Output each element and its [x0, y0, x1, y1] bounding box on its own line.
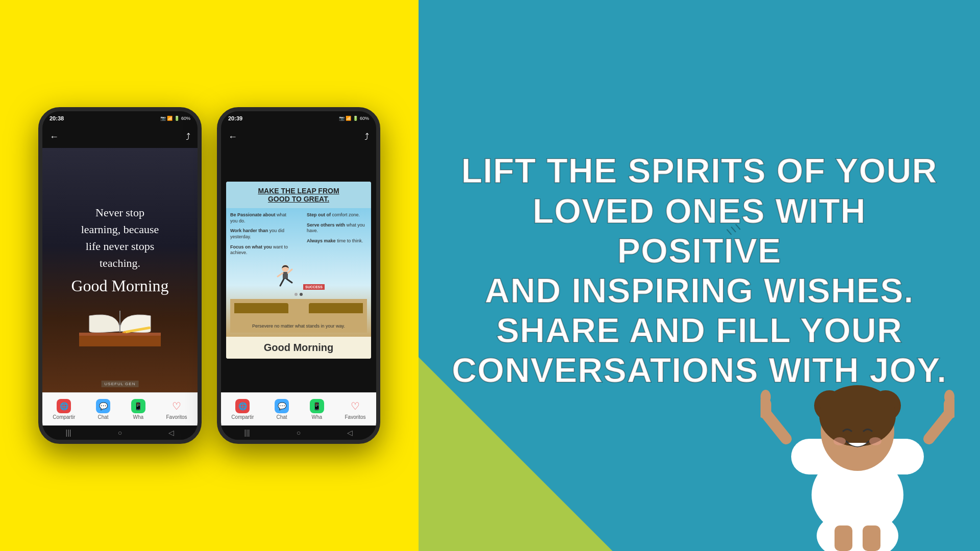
infographic-header: MAKE THE LEAP FROM GOOD TO GREAT. [226, 182, 371, 208]
infographic-dots [230, 293, 367, 296]
menu-icon: ||| [66, 429, 71, 437]
svg-rect-29 [863, 525, 880, 551]
nav-chat-2[interactable]: 💬 Chat [275, 399, 289, 420]
infographic-body: Be Passionate about what you do. Work ha… [226, 208, 371, 337]
nav-whatsapp-2[interactable]: 📱 Wha [310, 399, 324, 420]
back-nav-icon: ◁ [168, 429, 174, 437]
nav-label-chat-2: Chat [276, 414, 287, 420]
back-nav-2-icon: ◁ [347, 429, 353, 437]
phone2-content: ← ⤴ MAKE THE LEAP FROM GOOD TO GREAT. [221, 126, 376, 392]
phone1-content: ← ⤴ Never stop learning, because life ne… [42, 126, 198, 392]
headline-container: LIFT THE SPIRITS OF YOUR LOVED ONES WITH… [419, 151, 980, 390]
nav-compartir-1[interactable]: 🌐 Compartir [53, 399, 75, 420]
nav-label-compartir-1: Compartir [53, 414, 75, 420]
back-arrow-icon[interactable]: ← [50, 132, 59, 142]
phone1-header: ← ⤴ [42, 126, 198, 148]
good-morning-cursive: Good Morning [71, 277, 168, 295]
left-text-1: Be Passionate about what you do. [230, 212, 290, 224]
left-text-2: Work harder than you did yesterday. [230, 228, 290, 240]
quote-text: Never stop learning, because life never … [71, 204, 168, 271]
right-text-1: Step out of comfort zone. [307, 212, 367, 218]
phone1-time: 20:38 [50, 115, 64, 121]
phone-2: 20:39 📷 📶 🔋 60% ← ⤴ MAKE THE LEAP FROM G… [217, 107, 380, 444]
right-section: LIFT THE SPIRITS OF YOUR LOVED ONES WITH… [419, 0, 980, 551]
home-icon: ○ [118, 429, 122, 437]
infographic-card: MAKE THE LEAP FROM GOOD TO GREAT. Be Pas… [226, 182, 371, 359]
watermark: USEFUL GEN [102, 381, 139, 387]
nav-label-compartir-2: Compartir [231, 414, 254, 420]
left-section: 20:38 📷 📶 🔋 60% ← ⤴ Never stop learning,… [0, 0, 419, 551]
phone1-home-bar: ||| ○ ◁ [42, 425, 198, 440]
nav-label-fav-2: Favoritos [345, 414, 365, 420]
phone1-body: Never stop learning, because life never … [42, 148, 198, 392]
svg-line-9 [280, 279, 284, 286]
nav-label-wha-1: Wha [133, 414, 143, 420]
phone1-notch: 20:38 📷 📶 🔋 60% [42, 111, 198, 126]
svg-point-17 [944, 390, 954, 404]
nav-chat-1[interactable]: 💬 Chat [96, 399, 110, 420]
phone2-home-bar: ||| ○ ◁ [221, 425, 376, 440]
back-arrow-2-icon[interactable]: ← [228, 132, 237, 142]
share-icon[interactable]: ⤴ [186, 132, 190, 142]
svg-point-25 [834, 437, 846, 445]
nav-whatsapp-1[interactable]: 📱 Wha [131, 399, 145, 420]
svg-rect-28 [835, 525, 852, 551]
infographic-left-col: Be Passionate about what you do. Work ha… [230, 212, 290, 260]
book-illustration [79, 306, 161, 346]
right-text-3: Always make time to think. [307, 238, 367, 244]
infographic-right-col: Step out of comfort zone. Serve others w… [307, 212, 367, 260]
nav-compartir-2[interactable]: 🌐 Compartir [231, 399, 254, 420]
home-2-icon: ○ [297, 429, 301, 437]
infographic-footer: Good Morning [226, 337, 371, 359]
nav-favoritos-2[interactable]: ♡ Favoritos [345, 399, 365, 420]
svg-point-24 [819, 385, 896, 446]
infographic-bottom-section [230, 299, 367, 317]
svg-rect-6 [283, 272, 288, 279]
nav-label-fav-1: Favoritos [166, 414, 187, 420]
svg-line-10 [287, 279, 292, 283]
nav-label-wha-2: Wha [311, 414, 322, 420]
phone2-header: ← ⤴ [221, 126, 376, 148]
running-person-illustration [273, 264, 298, 290]
infographic-title: MAKE THE LEAP FROM GOOD TO GREAT. [232, 187, 365, 203]
phone2-nav: 🌐 Compartir 💬 Chat 📱 Wha ♡ Fav [221, 392, 376, 425]
right-text-2: Serve others with what you have. [307, 222, 367, 234]
phone2-body: MAKE THE LEAP FROM GOOD TO GREAT. Be Pas… [221, 148, 376, 392]
dot-2-active [300, 293, 303, 296]
svg-rect-1 [79, 333, 161, 336]
svg-point-14 [761, 390, 771, 404]
left-text-3: Focus on what you want to achieve. [230, 244, 290, 256]
good-morning-bold: Good Morning [264, 342, 334, 353]
dot-1 [295, 293, 298, 296]
svg-point-26 [869, 437, 881, 445]
menu-2-icon: ||| [244, 429, 250, 437]
phone1-nav: 🌐 Compartir 💬 Chat 📱 Wha ♡ Fav [42, 392, 198, 425]
nav-favoritos-1[interactable]: ♡ Favoritos [166, 399, 187, 420]
svg-line-7 [278, 273, 283, 277]
phone2-notch: 20:39 📷 📶 🔋 60% [221, 111, 376, 126]
phone1-icons: 📷 📶 🔋 60% [160, 116, 190, 121]
phone2-time: 20:39 [228, 115, 242, 121]
phone-1: 20:38 📷 📶 🔋 60% ← ⤴ Never stop learning,… [38, 107, 202, 444]
persevere-text: Persevere no matter what stands in your … [252, 323, 345, 329]
nav-label-chat-1: Chat [97, 414, 108, 420]
phone2-icons: 📷 📶 🔋 60% [339, 116, 369, 121]
success-flag: SUCCESS [303, 284, 325, 290]
persevere-section: Persevere no matter what stands in your … [230, 317, 367, 333]
share-2-icon[interactable]: ⤴ [364, 132, 369, 142]
headline-text: LIFT THE SPIRITS OF YOUR LOVED ONES WITH… [419, 151, 980, 390]
infographic-columns: Be Passionate about what you do. Work ha… [230, 212, 367, 260]
